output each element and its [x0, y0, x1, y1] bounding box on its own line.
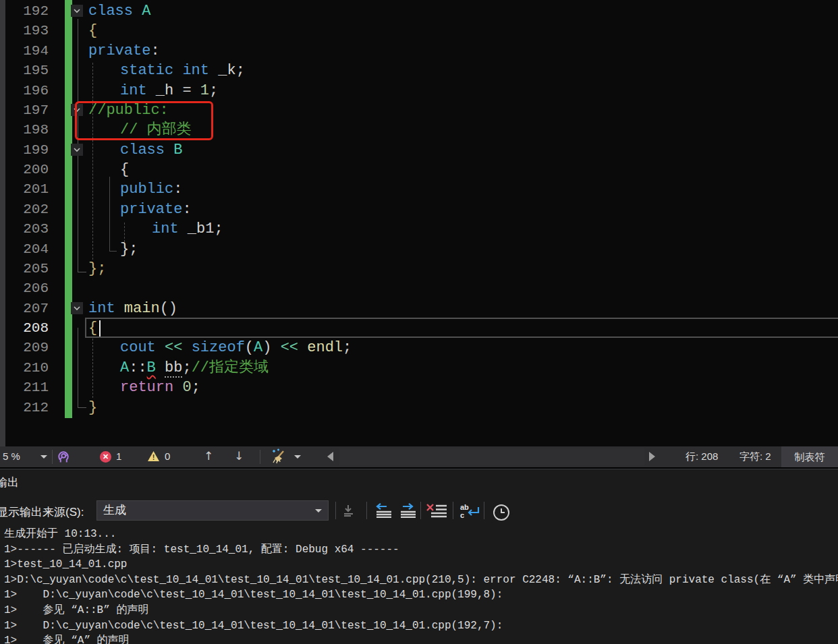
word-wrap-button wrap-icon[interactable]: ab c [459, 503, 482, 522]
code-token [271, 339, 280, 356]
code-token: private [120, 201, 182, 218]
error-count[interactable]: 1 [116, 450, 121, 462]
code-cleanup-button broom-icon[interactable] [270, 448, 287, 467]
code-token: :: [129, 359, 146, 376]
code-line[interactable]: 212} [0, 398, 838, 417]
line-number: 204 [0, 239, 49, 259]
code-token: ( [245, 339, 254, 356]
fold-chevron-icon[interactable] [71, 144, 83, 156]
chevron-down-icon [315, 509, 322, 513]
scroll-left-button[interactable] [327, 452, 333, 461]
code-token: A [142, 3, 150, 20]
line-number: 209 [0, 338, 49, 357]
next-message-button arrow-right-icon[interactable] [397, 503, 420, 521]
scroll-right-button[interactable] [649, 452, 655, 461]
code-token: cout [120, 339, 156, 356]
output-line: 1>D:\c_yuyan\code\c\test_10_14_01\test_1… [4, 573, 838, 588]
clear-all-button clear-icon[interactable] [426, 503, 449, 521]
error-icon[interactable]: ✕ [100, 451, 111, 463]
code-line[interactable]: 192class A [0, 1, 838, 21]
line-number: 199 [0, 140, 49, 160]
code-text: return 0; [120, 378, 200, 397]
code-token: _h [156, 82, 183, 99]
code-line[interactable]: 210A::B bb;//指定类域 [0, 358, 838, 378]
line-number: 198 [0, 120, 49, 140]
code-token: //指定类域 [192, 359, 269, 376]
code-token: A [120, 359, 129, 376]
previous-message-button arrow-left-icon[interactable] [373, 503, 396, 521]
code-token: int [120, 82, 156, 99]
output-source-select[interactable]: 生成 [96, 500, 329, 521]
chevron-down-icon[interactable] [40, 455, 47, 459]
code-token: : [182, 201, 191, 218]
output-line: 1> D:\c_yuyan\code\c\test_10_14_01\test_… [4, 618, 503, 634]
editor-bottom-bar: 5 % ✕ 1 ! 0 ↑ ↓ 行: 208 字符: 2 制表符 [0, 446, 838, 467]
code-token: { [88, 22, 97, 39]
code-editor[interactable]: 192class A193{194private:195static int _… [0, 0, 838, 446]
code-line[interactable]: 204}; [0, 239, 838, 259]
svg-text:ab: ab [460, 503, 469, 511]
line-number: 202 [0, 200, 49, 219]
code-text: public: [120, 179, 182, 199]
divider [366, 502, 367, 519]
code-token: B [147, 359, 156, 376]
code-token [156, 339, 165, 356]
next-issue-button down-arrow-icon[interactable]: ↓ [234, 449, 244, 463]
code-token: sizeof [192, 339, 245, 356]
line-number: 196 [0, 81, 49, 100]
chevron-down-icon[interactable] [294, 455, 301, 459]
code-token: int [182, 62, 218, 79]
goto-message-button find-message-icon[interactable] [341, 503, 362, 521]
code-line[interactable]: 206 [0, 279, 838, 298]
output-line: 1> 参见 “A::B” 的声明 [4, 603, 148, 618]
code-token: static [120, 62, 182, 79]
code-line[interactable]: 205}; [0, 259, 838, 279]
line-number: 206 [0, 279, 49, 298]
line-indicator: 行: 208 [686, 450, 718, 463]
line-number: 201 [0, 179, 49, 199]
code-line[interactable]: 194private: [0, 41, 838, 61]
svg-text:!: ! [152, 453, 155, 461]
code-token: endl [307, 339, 343, 356]
code-line[interactable]: 201public: [0, 179, 838, 199]
code-line[interactable]: 203int _b1; [0, 219, 838, 239]
code-line[interactable]: 202private: [0, 200, 838, 219]
history-button clock-icon[interactable] [492, 503, 511, 525]
code-token: ; [343, 339, 352, 356]
warning-count[interactable]: 0 [165, 450, 170, 462]
code-line[interactable]: 196int _h = 1; [0, 81, 838, 100]
code-line[interactable]: 209cout << sizeof(A) << endl; [0, 338, 838, 357]
current-line-highlight [85, 318, 838, 338]
code-token: bb [165, 359, 182, 378]
code-line[interactable]: 199class B [0, 140, 838, 160]
health-indicator-icon[interactable] [55, 448, 72, 467]
annotation-red-box [75, 101, 213, 140]
code-token: () [160, 300, 177, 317]
tabs-indicator[interactable]: 制表符 [781, 446, 838, 467]
code-line[interactable]: 193{ [0, 21, 838, 40]
code-token: }; [88, 260, 106, 277]
code-token: int [152, 221, 188, 237]
code-text: int _h = 1; [120, 81, 218, 100]
divider [260, 450, 260, 464]
code-token: }; [120, 241, 138, 258]
code-text: private: [120, 200, 192, 219]
code-line[interactable]: 211return 0; [0, 378, 838, 397]
horizontal-scrollbar[interactable] [339, 448, 644, 465]
code-line[interactable]: 200{ [0, 160, 838, 179]
output-log[interactable]: 生成开始于 10:13...1>------ 已启动生成: 项目: test_1… [0, 523, 838, 644]
zoom-level-dropdown[interactable]: 5 % [3, 450, 20, 462]
code-token: ) [262, 339, 271, 356]
fold-chevron-icon[interactable] [71, 302, 83, 314]
output-line: 生成开始于 10:13... [4, 527, 116, 542]
fold-chevron-icon[interactable] [71, 5, 83, 17]
scrollbar-thumb[interactable] [339, 448, 644, 465]
code-line[interactable]: 207int main() [0, 299, 838, 318]
code-line[interactable]: 195static int _k; [0, 61, 838, 80]
line-number: 203 [0, 219, 49, 239]
warning-icon[interactable]: ! [147, 450, 160, 465]
code-token: return [120, 379, 182, 396]
previous-issue-button up-arrow-icon[interactable]: ↑ [204, 449, 213, 463]
code-text: int _b1; [152, 219, 223, 239]
code-token: = [182, 82, 200, 99]
